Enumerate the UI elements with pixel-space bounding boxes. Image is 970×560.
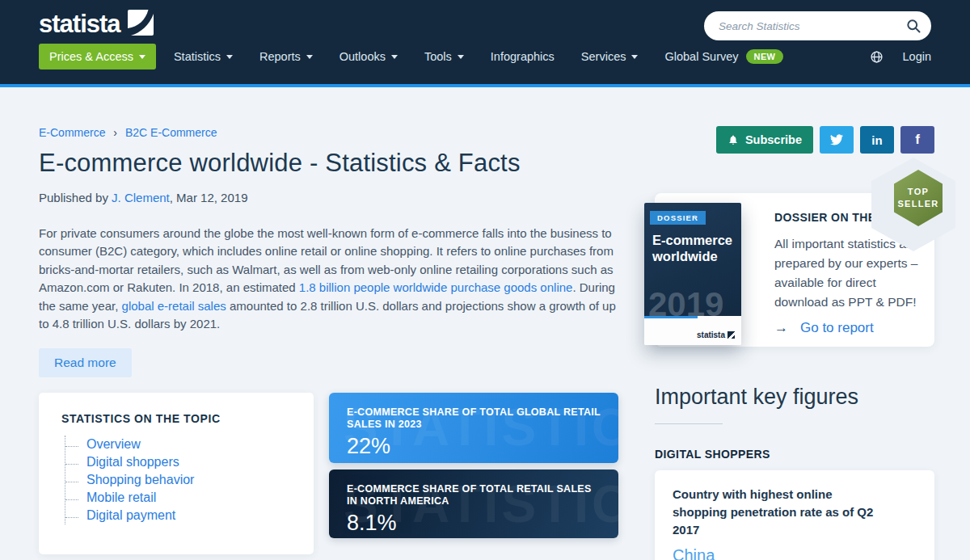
search-input[interactable] [704, 11, 931, 40]
breadcrumb-b2c-ecommerce[interactable]: B2C E-Commerce [125, 126, 217, 139]
dossier-tag: DOSSIER [650, 211, 706, 225]
page-title: E-commerce worldwide - Statistics & Fact… [39, 149, 618, 178]
nav-global-survey-label: Global Survey [664, 50, 738, 63]
published-line: Published by J. Clement, Mar 12, 2019 [39, 191, 618, 204]
dossier-cover-title: E-commerce worldwide [652, 232, 733, 264]
twitter-icon [830, 133, 843, 146]
topic-link-overview[interactable]: Overview [86, 437, 141, 451]
topic-link-shopping-behavior[interactable]: Shopping behavior [86, 473, 194, 486]
go-to-report-link[interactable]: Go to report [800, 320, 874, 336]
list-item: Digital shoppers [65, 453, 291, 471]
badge-line-1: TOP [908, 186, 929, 198]
nav-tools[interactable]: Tools [424, 50, 464, 63]
read-more-button[interactable]: Read more [39, 348, 132, 377]
nav-tools-label: Tools [424, 50, 452, 63]
nav-infographics[interactable]: Infographics [491, 50, 555, 63]
search-bar [704, 11, 931, 40]
badge-line-2: SELLER [897, 198, 938, 210]
key-figure-card: Country with highest online shopping pen… [655, 470, 934, 560]
dossier-card: TOP SELLER DOSSIER E-commerce worldwide … [655, 193, 934, 347]
list-item: Digital payment [65, 507, 291, 524]
nav-outlooks[interactable]: Outlooks [340, 50, 398, 63]
list-item: Overview [65, 436, 291, 453]
stat-card-label: E-COMMERCE SHARE OF TOTAL RETAIL SALES I… [347, 483, 601, 507]
nav-prices-access[interactable]: Prices & Access [39, 44, 156, 69]
stat-card-global-retail-share[interactable]: STATISTIC E-COMMERCE SHARE OF TOTAL GLOB… [329, 393, 618, 463]
heading-rule [655, 423, 723, 424]
stat-card-north-america-share[interactable]: STATISTIC E-COMMERCE SHARE OF TOTAL RETA… [329, 469, 618, 538]
chevron-down-icon [139, 55, 146, 59]
dossier-cover-year: 2019 [648, 285, 723, 316]
intro-link-digital-buyers[interactable]: 1.8 billion people worldwide purchase go… [299, 280, 573, 294]
cover-brand-text: statista [697, 331, 725, 339]
topic-link-list: Overview Digital shoppers Shopping behav… [65, 436, 291, 524]
nav-services-label: Services [581, 50, 626, 63]
key-figure-answer-link[interactable]: China [673, 546, 917, 560]
breadcrumb-ecommerce[interactable]: E-Commerce [39, 126, 105, 139]
topic-link-digital-shoppers[interactable]: Digital shoppers [86, 455, 179, 469]
chevron-down-icon [306, 55, 313, 59]
nav-global-survey[interactable]: Global Survey NEW [664, 49, 783, 64]
header: statista Prices & Access Stati [0, 0, 970, 87]
stat-card-value: 22% [347, 434, 601, 459]
chevron-down-icon [226, 55, 233, 59]
main-nav: Prices & Access Statistics Reports Outlo… [39, 44, 931, 69]
facebook-share-button[interactable]: f [900, 126, 934, 154]
list-item: Mobile retail [65, 489, 291, 507]
arrow-right-icon: → [774, 320, 788, 336]
statistics-on-topic-heading: STATISTICS ON THE TOPIC [61, 412, 291, 425]
globe-icon[interactable] [870, 50, 884, 64]
topic-link-mobile-retail[interactable]: Mobile retail [86, 491, 156, 504]
linkedin-share-button[interactable]: in [860, 126, 894, 154]
key-figure-question: Country with highest online shopping pen… [673, 486, 883, 539]
statista-logo-icon [128, 10, 154, 39]
key-figures-heading: Important key figures [655, 385, 934, 410]
nav-reports-label: Reports [259, 50, 301, 63]
new-badge: NEW [746, 49, 784, 64]
search-icon[interactable] [905, 18, 922, 34]
chevron-down-icon [631, 55, 638, 59]
nav-services[interactable]: Services [581, 50, 639, 63]
cover-accent-line [644, 316, 698, 318]
stat-card-label: E-COMMERCE SHARE OF TOTAL GLOBAL RETAIL … [347, 406, 601, 431]
bell-icon [728, 134, 739, 145]
subscribe-label: Subscribe [745, 133, 802, 146]
statista-logo[interactable]: statista [39, 9, 154, 40]
login-link[interactable]: Login [903, 50, 931, 63]
stat-card-value: 8.1% [347, 511, 601, 536]
dossier-cover-image[interactable]: DOSSIER E-commerce worldwide 2019 statis… [644, 203, 741, 345]
statistics-on-topic-card: STATISTICS ON THE TOPIC Overview Digital… [39, 393, 314, 554]
facebook-icon: f [915, 132, 920, 148]
breadcrumb-separator: › [113, 126, 117, 139]
nav-statistics-label: Statistics [174, 50, 221, 63]
chevron-down-icon [458, 55, 464, 59]
brand-wordmark: statista [39, 9, 120, 40]
published-date: , Mar 12, 2019 [170, 191, 248, 204]
digital-shoppers-label: DIGITAL SHOPPERS [655, 448, 934, 461]
intro-link-eretail-sales[interactable]: global e-retail sales [122, 299, 226, 313]
topic-link-digital-payment[interactable]: Digital payment [86, 508, 175, 522]
chevron-down-icon [391, 55, 398, 59]
list-item: Shopping behavior [65, 471, 291, 489]
statista-mini-logo-icon [728, 331, 735, 339]
subscribe-button[interactable]: Subscribe [716, 126, 813, 154]
nav-reports[interactable]: Reports [259, 50, 313, 63]
breadcrumb: E-Commerce › B2C E-Commerce [39, 126, 618, 139]
nav-statistics[interactable]: Statistics [174, 50, 233, 63]
author-link[interactable]: J. Clement [112, 191, 170, 204]
linkedin-icon: in [871, 133, 882, 147]
share-buttons: Subscribe in f [655, 126, 934, 154]
intro-paragraph: For private consumers around the globe t… [39, 225, 618, 333]
nav-outlooks-label: Outlooks [340, 50, 386, 63]
twitter-share-button[interactable] [820, 126, 854, 154]
nav-prices-access-label: Prices & Access [49, 50, 133, 63]
nav-infographics-label: Infographics [491, 50, 555, 63]
published-prefix: Published by [39, 191, 112, 204]
